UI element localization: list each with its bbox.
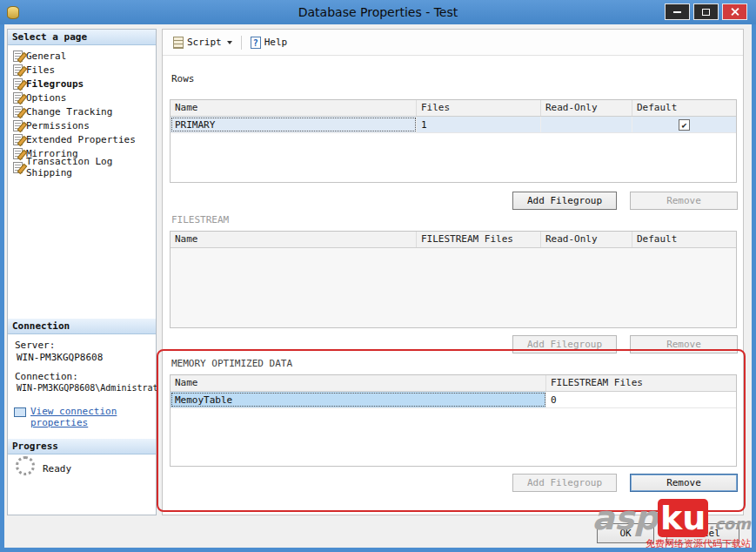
window-title: Database Properties - Test <box>0 5 756 19</box>
column-header-read-only: Read-Only <box>541 232 632 247</box>
script-icon <box>173 37 184 49</box>
watermark: aspku.com 免费网络资源代码下载站 <box>592 503 751 549</box>
page-edit-icon <box>13 162 23 173</box>
server-value: WIN-PM3KGQP8608 <box>17 352 103 363</box>
watermark-brand: aspku.com <box>592 503 751 539</box>
sidebar-item-permissions[interactable]: Permissions <box>8 118 156 132</box>
cell-files[interactable]: 1 <box>417 117 541 132</box>
help-button[interactable]: ? Help <box>247 34 291 51</box>
progress-spinner-icon <box>16 456 35 475</box>
default-checkbox[interactable]: ✔ <box>679 119 690 131</box>
connection-value: WIN-PM3KGQP8608\Administrat <box>17 383 158 393</box>
sidebar-item-label: Files <box>26 64 55 76</box>
rows-section-title: Rows <box>171 73 195 84</box>
titlebar[interactable]: Database Properties - Test <box>0 0 756 24</box>
server-label: Server: <box>15 340 55 351</box>
main-panel: Script ? Help Rows Name Files Read-Only … <box>162 29 744 515</box>
filestream-section-title: FILESTREAM <box>171 214 229 226</box>
cell-name[interactable]: PRIMARY <box>171 117 417 132</box>
filestream-table-header: Name FILESTREAM Files Read-Only Default <box>171 232 736 248</box>
column-header-name[interactable]: Name <box>171 100 417 116</box>
page-edit-icon <box>13 106 23 118</box>
column-header-files[interactable]: Files <box>417 100 541 116</box>
column-header-name[interactable]: Name <box>171 375 546 391</box>
sidebar-item-files[interactable]: Files <box>8 63 156 77</box>
column-header-default[interactable]: Default <box>632 100 736 116</box>
connection-label: Connection: <box>15 371 78 382</box>
memory-table-header: Name FILESTREAM Files <box>171 375 736 392</box>
view-connection-properties-link[interactable]: View connection properties <box>30 406 137 428</box>
minimize-icon <box>673 11 681 13</box>
progress-header: Progress <box>8 439 156 454</box>
page-edit-icon <box>13 148 23 159</box>
database-properties-window: Database Properties - Test Select a page… <box>0 0 756 552</box>
sidebar-item-label: Change Tracking <box>26 106 112 118</box>
dialog-body: Select a page General Files Filegroups O… <box>4 24 752 548</box>
help-icon: ? <box>251 37 261 49</box>
progress-status: Ready <box>43 463 71 475</box>
page-edit-icon <box>13 78 23 90</box>
close-icon <box>730 7 739 17</box>
memory-remove-button[interactable]: Remove <box>630 474 738 492</box>
cell-name[interactable]: MemoyTable <box>171 392 546 407</box>
cell-filestream-files[interactable]: 0 <box>546 392 736 407</box>
watermark-brand-highlight: ku <box>658 499 708 537</box>
page-edit-icon <box>13 64 23 76</box>
sidebar-item-label: Options <box>26 92 66 104</box>
memory-add-filegroup-button: Add Filegroup <box>512 474 617 492</box>
filestream-remove-button: Remove <box>630 335 738 353</box>
rows-remove-button: Remove <box>630 192 738 210</box>
sidebar-item-options[interactable]: Options <box>8 91 156 104</box>
column-header-filestream-files: FILESTREAM Files <box>417 232 541 247</box>
sidebar: Select a page General Files Filegroups O… <box>7 29 157 515</box>
watermark-brand-prefix: asp <box>592 499 658 537</box>
connection-properties-icon <box>14 407 26 417</box>
page-edit-icon <box>13 134 23 145</box>
sidebar-item-filegroups[interactable]: Filegroups <box>8 77 156 91</box>
main-toolbar: Script ? Help <box>163 30 743 56</box>
sidebar-item-label: Filegroups <box>26 78 84 90</box>
help-button-label: Help <box>264 37 288 48</box>
column-header-read-only[interactable]: Read-Only <box>541 100 632 116</box>
minimize-button[interactable] <box>665 3 690 20</box>
script-button[interactable]: Script <box>170 34 236 51</box>
sidebar-item-label: Transaction Log Shipping <box>26 156 156 178</box>
table-row-primary[interactable]: PRIMARY 1 ✔ <box>171 117 736 133</box>
table-row-memoytable[interactable]: MemoyTable 0 <box>171 392 736 408</box>
sidebar-item-transaction-log-shipping[interactable]: Transaction Log Shipping <box>8 160 156 174</box>
maximize-button[interactable] <box>693 3 719 20</box>
close-button[interactable] <box>722 3 747 20</box>
sidebar-item-general[interactable]: General <box>8 49 156 63</box>
window-controls <box>665 3 747 20</box>
watermark-subtitle: 免费网络资源代码下载站 <box>592 539 751 549</box>
filestream-add-filegroup-button: Add Filegroup <box>512 335 617 353</box>
sidebar-item-label: General <box>26 50 66 62</box>
rows-add-filegroup-button[interactable]: Add Filegroup <box>512 192 617 210</box>
page-edit-icon <box>13 120 23 131</box>
script-dropdown-arrow-icon[interactable] <box>227 41 232 44</box>
cell-read-only[interactable] <box>541 117 632 132</box>
sidebar-item-label: Extended Properties <box>26 134 136 145</box>
sidebar-item-label: Permissions <box>26 120 90 131</box>
page-edit-icon <box>13 50 23 62</box>
filestream-table: Name FILESTREAM Files Read-Only Default <box>170 231 737 328</box>
rows-table-header: Name Files Read-Only Default <box>171 100 736 117</box>
connection-header: Connection <box>8 319 156 334</box>
memory-table: Name FILESTREAM Files MemoyTable 0 <box>170 374 737 467</box>
rows-table: Name Files Read-Only Default PRIMARY 1 ✔ <box>170 99 737 183</box>
column-header-filestream-files[interactable]: FILESTREAM Files <box>546 375 736 391</box>
column-header-default: Default <box>632 232 736 247</box>
column-header-name: Name <box>171 232 417 247</box>
page-edit-icon <box>13 92 23 104</box>
toolbar-separator <box>241 36 242 50</box>
page-list: General Files Filegroups Options Change … <box>8 49 156 174</box>
memory-section-title: MEMORY OPTIMIZED DATA <box>171 358 292 369</box>
sidebar-item-change-tracking[interactable]: Change Tracking <box>8 104 156 118</box>
sidebar-item-extended-properties[interactable]: Extended Properties <box>8 132 156 146</box>
maximize-icon <box>702 9 710 16</box>
select-a-page-header: Select a page <box>8 30 156 45</box>
script-button-label: Script <box>187 37 222 48</box>
watermark-brand-suffix: .com <box>708 515 751 533</box>
